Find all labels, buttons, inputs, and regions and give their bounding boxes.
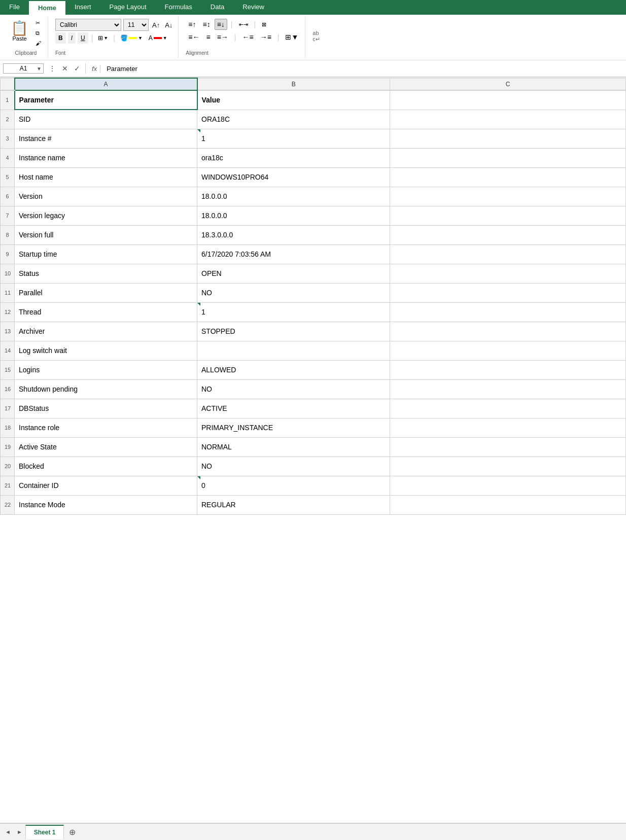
cell-B18[interactable]: PRIMARY_INSTANCE [197,418,390,437]
cell-C17[interactable] [390,399,626,418]
tab-file[interactable]: File [0,0,29,15]
wrap-text-button[interactable]: ⇤⇥ [236,20,251,29]
formula-cancel-button[interactable]: ✕ [60,64,70,73]
cell-A5[interactable]: Host name [15,167,197,187]
align-left-button[interactable]: ≡← [186,31,202,43]
cell-A17[interactable]: DBStatus [15,399,197,418]
tab-page-layout[interactable]: Page Layout [100,0,156,15]
cell-A13[interactable]: Archiver [15,322,197,341]
tab-review[interactable]: Review [233,0,273,15]
cell-C11[interactable] [390,283,626,302]
cell-C16[interactable] [390,379,626,399]
align-top-button[interactable]: ≡↑ [186,19,198,30]
font-color-button[interactable]: A ▼ [147,33,169,43]
cell-C12[interactable] [390,302,626,322]
sheet-nav-left[interactable]: ◄ [2,827,14,836]
font-grow-button[interactable]: A↑ [151,21,161,29]
sheet-tab-1[interactable]: Sheet 1 [25,825,64,839]
align-center-button[interactable]: ≡ [204,31,213,43]
cell-C3[interactable] [390,129,626,148]
cell-B4[interactable]: ora18c [197,148,390,167]
cell-B20[interactable]: NO [197,457,390,476]
col-header-C[interactable]: C [390,78,626,90]
cell-B12[interactable]: 1 [197,302,390,322]
cell-A19[interactable]: Active State [15,437,197,457]
cell-C14[interactable] [390,341,626,360]
spreadsheet[interactable]: A B C 1ParameterValue2SIDORA18C3Instance… [0,78,626,823]
cell-A6[interactable]: Version [15,187,197,206]
formula-input[interactable] [103,64,623,74]
cell-C8[interactable] [390,225,626,244]
paste-button[interactable]: 📋 Paste [8,19,31,44]
cell-C4[interactable] [390,148,626,167]
cell-B16[interactable]: NO [197,379,390,399]
cell-A4[interactable]: Instance name [15,148,197,167]
cell-B7[interactable]: 18.0.0.0 [197,206,390,225]
cell-A1[interactable]: Parameter [15,90,197,110]
cell-C5[interactable] [390,167,626,187]
cell-B2[interactable]: ORA18C [197,110,390,129]
cell-C21[interactable] [390,476,626,495]
cell-B21[interactable]: 0 [197,476,390,495]
cell-B17[interactable]: ACTIVE [197,399,390,418]
align-right-button[interactable]: ≡→ [215,31,231,43]
bold-button[interactable]: B [55,32,66,44]
cell-format-button[interactable]: ⊞▼ [283,31,301,43]
fill-color-button[interactable]: 🪣 ▼ [118,33,145,43]
cell-A9[interactable]: Startup time [15,244,197,264]
font-shrink-button[interactable]: A↓ [163,21,174,29]
cell-C22[interactable] [390,495,626,514]
cell-B14[interactable] [197,341,390,360]
merge-button[interactable]: ⊠ [259,20,269,29]
tab-home[interactable]: Home [29,0,65,15]
copy-button[interactable]: ⧉ [33,29,44,38]
cell-B13[interactable]: STOPPED [197,322,390,341]
cell-C2[interactable] [390,110,626,129]
cell-C9[interactable] [390,244,626,264]
align-middle-button[interactable]: ≡↕ [200,19,213,30]
align-bottom-button[interactable]: ≡↓ [215,19,227,30]
cell-A18[interactable]: Instance role [15,418,197,437]
cell-B9[interactable]: 6/17/2020 7:03:56 AM [197,244,390,264]
border-button[interactable]: ⊞ ▼ [96,33,110,43]
tab-formulas[interactable]: Formulas [156,0,201,15]
cell-A10[interactable]: Status [15,264,197,283]
cell-A22[interactable]: Instance Mode [15,495,197,514]
cell-C19[interactable] [390,437,626,457]
cell-C13[interactable] [390,322,626,341]
cell-B22[interactable]: REGULAR [197,495,390,514]
cell-B15[interactable]: ALLOWED [197,360,390,379]
font-size-select[interactable]: 11 [123,19,149,31]
indent-decrease-button[interactable]: ←≡ [240,31,256,43]
cell-B8[interactable]: 18.3.0.0.0 [197,225,390,244]
cell-A15[interactable]: Logins [15,360,197,379]
cell-reference-box[interactable]: A1 ▼ [3,63,44,74]
cell-B1[interactable]: Value [197,90,390,110]
cell-B3[interactable]: 1 [197,129,390,148]
cell-A8[interactable]: Version full [15,225,197,244]
cell-B5[interactable]: WINDOWS10PRO64 [197,167,390,187]
sheet-nav-right[interactable]: ► [14,827,25,836]
cell-ref-dropdown-icon[interactable]: ▼ [37,66,42,72]
cell-A21[interactable]: Container ID [15,476,197,495]
cell-A3[interactable]: Instance # [15,129,197,148]
tab-insert[interactable]: Insert [65,0,100,15]
cell-C15[interactable] [390,360,626,379]
cell-C10[interactable] [390,264,626,283]
col-header-B[interactable]: B [197,78,390,90]
cell-A14[interactable]: Log switch wait [15,341,197,360]
cell-A7[interactable]: Version legacy [15,206,197,225]
tab-data[interactable]: Data [201,0,233,15]
add-sheet-button[interactable]: ⊕ [65,826,80,838]
cell-C6[interactable] [390,187,626,206]
cell-C20[interactable] [390,457,626,476]
cut-button[interactable]: ✂ [33,19,44,27]
indent-increase-button[interactable]: →≡ [258,31,274,43]
underline-button[interactable]: U [78,32,88,44]
cell-A12[interactable]: Thread [15,302,197,322]
cell-B6[interactable]: 18.0.0.0 [197,187,390,206]
formula-confirm-button[interactable]: ✓ [72,64,82,73]
cell-A11[interactable]: Parallel [15,283,197,302]
format-painter-button[interactable]: 🖌 [33,39,44,47]
cell-C1[interactable] [390,90,626,110]
